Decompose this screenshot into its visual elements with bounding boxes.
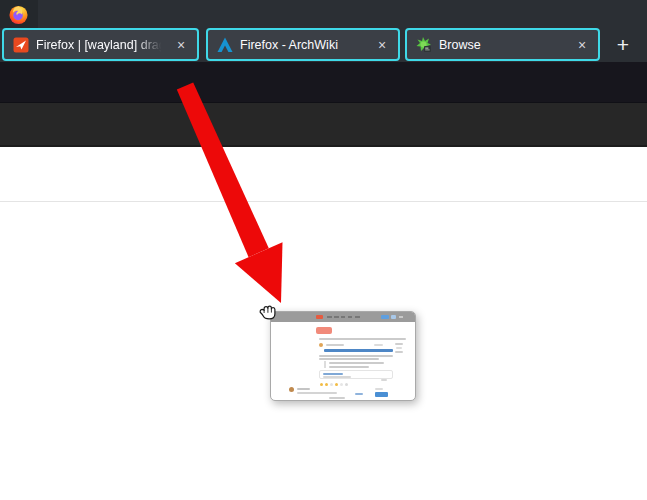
browser-window: Firefox | [wayland] drag a × Firefox - A…	[0, 0, 647, 500]
thumb-red-button	[316, 327, 332, 334]
firefox-logo-icon	[8, 4, 29, 25]
thumb-nav-dash	[327, 316, 332, 318]
snap-store-icon	[416, 37, 432, 53]
thumb-reply-button	[375, 392, 388, 397]
arch-linux-icon	[217, 37, 233, 53]
navigation-toolbar: https://forum.snapcraft.io/t/firefox-way…	[0, 62, 647, 103]
window-titlebar	[0, 0, 647, 28]
thumb-topic-title	[324, 349, 393, 352]
thumbnail-page-body	[271, 322, 415, 400]
thumb-nav-dash	[399, 316, 403, 318]
tab-label: Browse	[439, 38, 565, 52]
thumb-avatar	[289, 387, 294, 392]
thumb-quote-box	[319, 370, 393, 379]
tab-bar: Firefox | [wayland] drag a × Firefox - A…	[0, 28, 647, 62]
thumb-avatar	[319, 343, 323, 347]
close-tab-icon[interactable]: ×	[171, 35, 191, 55]
thumb-emoji	[320, 383, 323, 386]
thumb-logo-chip	[316, 315, 323, 319]
tab-snapcraft-forum[interactable]: Firefox | [wayland] drag a ×	[2, 28, 199, 61]
close-tab-icon[interactable]: ×	[372, 35, 392, 55]
thumb-nav-dash	[348, 316, 352, 318]
thumb-nav-dash	[341, 316, 345, 318]
tab-archwiki[interactable]: Firefox - ArchWiki ×	[206, 28, 400, 61]
thumb-nav-dash	[334, 316, 339, 318]
page-divider-line	[0, 201, 647, 202]
tab-label: Firefox | [wayland] drag a	[36, 38, 164, 52]
new-tab-button[interactable]: +	[608, 31, 638, 59]
thumb-nav-dash	[355, 316, 360, 318]
close-tab-icon[interactable]: ×	[572, 35, 592, 55]
tab-label: Firefox - ArchWiki	[240, 38, 365, 52]
thumbnail-titlebar	[271, 312, 415, 322]
thumb-signup-chip	[381, 315, 389, 319]
drag-preview-thumbnail	[270, 311, 416, 401]
snapcraft-forum-icon	[13, 37, 29, 53]
tab-browse[interactable]: Browse ×	[405, 28, 600, 61]
thumb-login-chip	[391, 315, 396, 319]
page-dark-header-band	[0, 103, 647, 147]
